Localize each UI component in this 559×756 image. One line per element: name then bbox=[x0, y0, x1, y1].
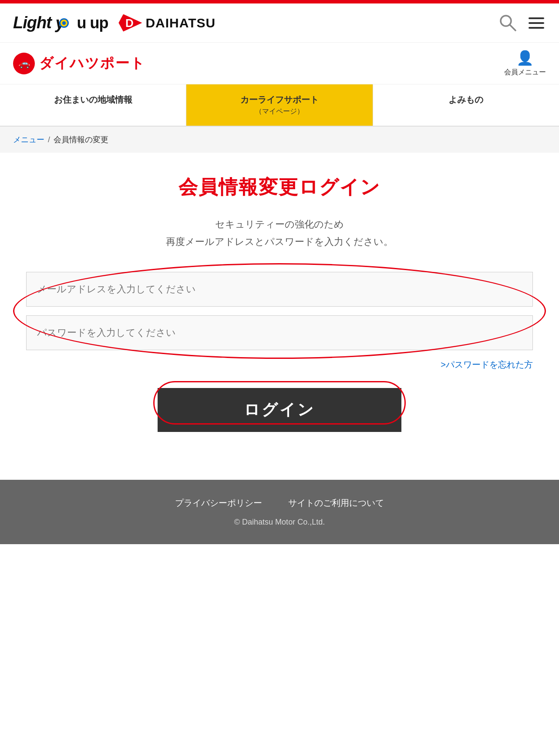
search-icon bbox=[498, 13, 516, 31]
tab-car-life-sub: （マイページ） bbox=[255, 107, 304, 115]
desc-line-2: 再度メールアドレスとパスワードを入力ください。 bbox=[166, 236, 393, 247]
logo-y-dot bbox=[59, 18, 69, 28]
logo-u-up-text: u up bbox=[73, 14, 108, 32]
daihatsu-logo: D DAIHATSU bbox=[118, 14, 216, 32]
member-menu-button[interactable]: 👤 会員メニュー bbox=[504, 50, 546, 77]
search-button[interactable] bbox=[496, 11, 518, 34]
sub-header: 🚗 ダイハツポート 👤 会員メニュー bbox=[0, 43, 559, 84]
forgot-password-section: >パスワードを忘れた方 bbox=[26, 359, 533, 371]
port-logo-icon: 🚗 bbox=[13, 53, 35, 74]
forgot-password-link[interactable]: >パスワードを忘れた方 bbox=[441, 360, 533, 369]
light-you-up-logo: Light y u up bbox=[13, 13, 108, 32]
password-input[interactable] bbox=[26, 315, 533, 350]
login-button[interactable]: ログイン bbox=[158, 388, 401, 432]
header-right bbox=[496, 11, 546, 34]
breadcrumb-separator: / bbox=[48, 135, 50, 144]
page-title: 会員情報変更ログイン bbox=[26, 174, 533, 200]
nav-tabs: お住まいの地域情報 カーライフサポート （マイページ） よみもの bbox=[0, 84, 559, 127]
breadcrumb-menu-link[interactable]: メニュー bbox=[13, 134, 44, 145]
svg-line-2 bbox=[510, 25, 515, 30]
desc-line-1: セキュリティーの強化のため bbox=[215, 219, 344, 230]
daihatsu-triangle-icon: D bbox=[118, 14, 142, 32]
footer-copyright: © Daihatsu Motor Co.,Ltd. bbox=[13, 518, 546, 527]
daihatsu-d-icon: D bbox=[124, 17, 137, 30]
hamburger-line-3 bbox=[529, 27, 544, 29]
breadcrumb-current-page: 会員情報の変更 bbox=[54, 134, 108, 145]
terms-of-service-link[interactable]: サイトのご利用について bbox=[288, 497, 384, 509]
person-icon: 👤 bbox=[516, 50, 534, 66]
footer: プライバシーポリシー サイトのご利用について © Daihatsu Motor … bbox=[0, 480, 559, 544]
top-red-bar bbox=[0, 0, 559, 3]
main-content: 会員情報変更ログイン セキュリティーの強化のため 再度メールアドレスとパスワード… bbox=[0, 153, 559, 480]
logo-y-wrapper: y bbox=[55, 14, 73, 32]
header-left: Light y u up D DAIHATSU bbox=[13, 13, 216, 32]
logo-y-dot-inner bbox=[62, 21, 66, 25]
hamburger-line-1 bbox=[529, 17, 544, 19]
port-title-text: ダイハツポート bbox=[39, 54, 145, 73]
port-d-letter: 🚗 bbox=[18, 58, 30, 69]
tab-local-info[interactable]: お住まいの地域情報 bbox=[0, 84, 186, 126]
password-field-wrapper bbox=[26, 315, 533, 350]
breadcrumb: メニュー / 会員情報の変更 bbox=[0, 127, 559, 153]
tab-local-info-label: お住まいの地域情報 bbox=[54, 95, 132, 104]
svg-text:D: D bbox=[125, 17, 134, 30]
hamburger-line-2 bbox=[529, 22, 544, 24]
logo-light-text: Light bbox=[13, 13, 55, 32]
login-button-wrapper: ログイン bbox=[26, 388, 533, 432]
email-input[interactable] bbox=[26, 272, 533, 307]
footer-links: プライバシーポリシー サイトのご利用について bbox=[13, 497, 546, 509]
hamburger-menu-button[interactable] bbox=[527, 16, 546, 30]
privacy-policy-link[interactable]: プライバシーポリシー bbox=[175, 497, 262, 509]
tab-car-life[interactable]: カーライフサポート （マイページ） bbox=[186, 84, 373, 126]
main-header: Light y u up D DAIHATSU bbox=[0, 3, 559, 43]
email-field-wrapper bbox=[26, 272, 533, 307]
daihatsu-brand-text: DAIHATSU bbox=[145, 16, 216, 30]
daihatsu-port-logo: 🚗 ダイハツポート bbox=[13, 53, 145, 74]
tab-reading[interactable]: よみもの bbox=[373, 84, 559, 126]
tab-car-life-label: カーライフサポート bbox=[240, 95, 319, 104]
page-description: セキュリティーの強化のため 再度メールアドレスとパスワードを入力ください。 bbox=[26, 216, 533, 250]
form-wrapper bbox=[26, 272, 533, 350]
tab-reading-label: よみもの bbox=[448, 95, 483, 104]
member-menu-label: 会員メニュー bbox=[504, 68, 546, 77]
